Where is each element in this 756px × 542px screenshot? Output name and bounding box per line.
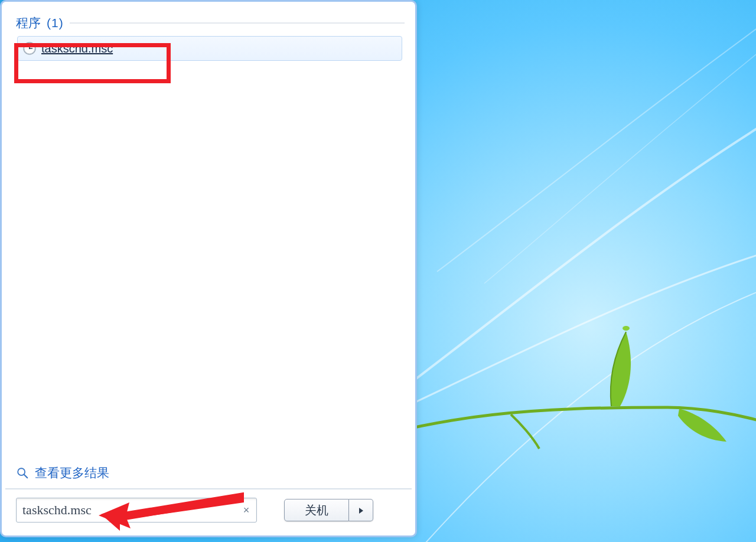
clear-search-button[interactable]: × — [241, 505, 252, 515]
svg-point-0 — [623, 326, 630, 331]
results-group-label: 程序 — [16, 15, 41, 31]
shutdown-label: 关机 — [305, 502, 328, 518]
shutdown-split-button: 关机 — [284, 499, 373, 521]
header-divider — [70, 22, 405, 24]
svg-line-7 — [24, 475, 28, 478]
results-group-count: (1) — [47, 16, 64, 30]
triangle-right-icon — [357, 504, 364, 517]
shutdown-button[interactable]: 关机 — [284, 499, 349, 521]
clock-icon — [22, 41, 37, 55]
start-menu: 程序 (1) taskschd.msc — [0, 0, 417, 537]
magnifier-icon — [16, 466, 29, 479]
shutdown-menu-button[interactable] — [349, 499, 373, 521]
search-input[interactable] — [21, 502, 241, 518]
search-result-label: taskschd.msc — [41, 42, 113, 55]
search-results-area: 程序 (1) taskschd.msc — [5, 5, 412, 465]
svg-point-5 — [29, 48, 30, 49]
start-menu-footer: × 关机 — [5, 488, 412, 532]
search-box[interactable]: × — [16, 498, 257, 523]
results-group-header: 程序 (1) — [16, 15, 405, 31]
search-result-item[interactable]: taskschd.msc — [17, 36, 402, 61]
see-more-results-label: 查看更多结果 — [35, 465, 109, 481]
see-more-results[interactable]: 查看更多结果 — [16, 465, 412, 481]
